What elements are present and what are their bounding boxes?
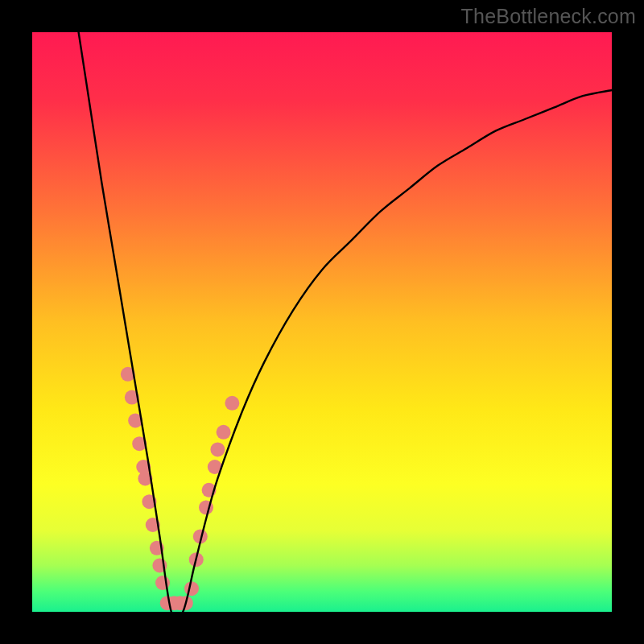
watermark-text: TheBottleneck.com: [461, 5, 636, 28]
chart-svg: [32, 32, 612, 612]
bottleneck-curve: [79, 32, 612, 620]
marker-dot: [225, 396, 239, 411]
plot-area: [32, 32, 612, 612]
marker-dot: [217, 425, 231, 440]
chart-frame: TheBottleneck.com: [0, 0, 644, 644]
marker-dot: [210, 442, 225, 456]
marker-dot: [184, 581, 199, 596]
